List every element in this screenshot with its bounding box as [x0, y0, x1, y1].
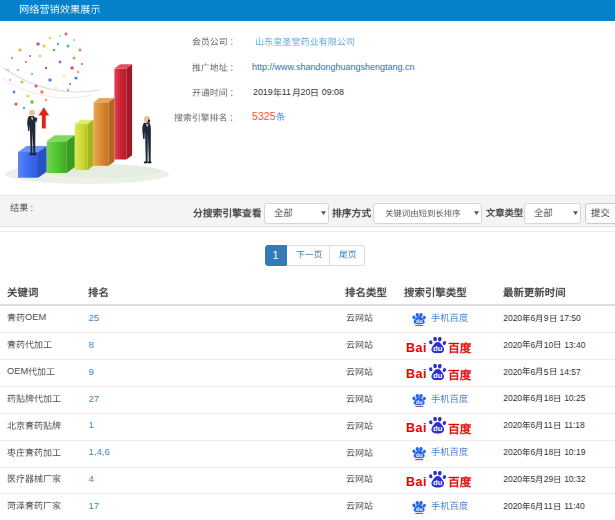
svg-text:du: du: [433, 371, 443, 380]
svg-text:du: du: [416, 506, 423, 512]
svg-text:du: du: [433, 478, 443, 487]
svg-text:du: du: [433, 344, 443, 353]
svg-text:du: du: [416, 399, 423, 405]
svg-text:du: du: [433, 425, 443, 434]
svg-text:du: du: [416, 318, 423, 324]
svg-text:du: du: [416, 452, 423, 458]
